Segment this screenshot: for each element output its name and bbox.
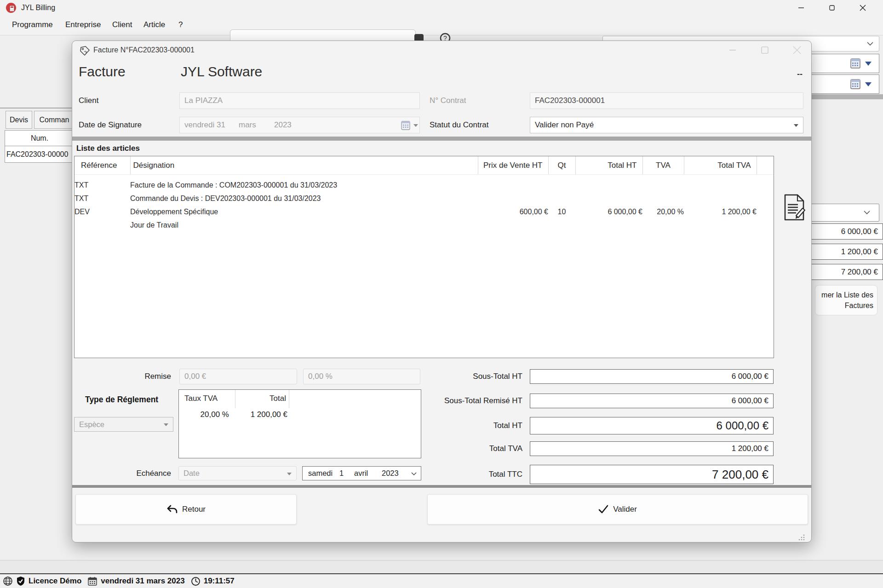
contract-status-value: Valider non Payé — [535, 120, 594, 129]
sous-total-ht-field[interactable]: 6 000,00 € — [530, 369, 774, 384]
payment-method-value: Espèce — [79, 420, 104, 428]
sous-total-remise-ht-field[interactable]: 6 000,00 € — [530, 394, 774, 408]
header-separator-bar — [72, 137, 811, 141]
print-invoice-list-label-2: Factures — [845, 300, 873, 311]
clock-icon — [191, 577, 201, 586]
total-tva-field[interactable]: 1 200,00 € — [530, 441, 774, 456]
dropdown-arrow-icon — [864, 81, 872, 87]
status-time: 19:11:57 — [204, 577, 235, 586]
valider-button-label: Valider — [613, 505, 637, 514]
app-logo-icon — [6, 2, 17, 13]
bottom-band — [0, 560, 883, 574]
maximize-icon — [761, 46, 769, 54]
checkmark-icon — [598, 505, 608, 514]
tva-col-total: Total — [235, 390, 289, 408]
dialog-title: Facture N°FAC202303-000001 — [93, 46, 195, 54]
signature-date-month: mars — [239, 117, 256, 133]
payment-method-select[interactable]: Espèce — [74, 417, 173, 432]
chevron-down-icon — [866, 41, 874, 46]
minimize-icon — [798, 5, 804, 11]
articles-table: Référence Désignation Prix de Vente HT Q… — [74, 156, 774, 358]
contract-status-select[interactable]: Valider non Payé — [530, 117, 803, 133]
dropdown-arrow-icon — [287, 473, 292, 475]
resize-grip[interactable] — [798, 534, 805, 540]
valider-button[interactable]: Valider — [427, 494, 808, 525]
dropdown-arrow-icon — [164, 423, 168, 426]
licence-label: Licence Démo — [29, 577, 81, 586]
undo-arrow-icon — [166, 505, 178, 514]
status-date: vendredi 31 mars 2023 — [101, 577, 184, 586]
article-row[interactable]: TXT Facture de la Commande : COM202303-0… — [75, 175, 774, 192]
menu-client[interactable]: Client — [112, 20, 132, 29]
menu-article[interactable]: Article — [143, 20, 165, 29]
remise-amount-value: 0,00 € — [184, 372, 206, 381]
signature-date-label: Date de Signature — [79, 117, 142, 133]
left-separator — [0, 108, 72, 108]
signature-date-picker[interactable]: vendredi 31 mars 2023 — [179, 117, 420, 133]
menu-programme[interactable]: Programme — [12, 20, 53, 29]
chevron-down-icon — [863, 210, 871, 215]
echeance-dow: samedi — [308, 467, 333, 480]
article-row[interactable]: Jour de Travail — [75, 218, 774, 232]
list-column-num: Num. — [5, 130, 75, 146]
print-invoice-list-button[interactable]: mer la Liste des Factures — [815, 285, 877, 315]
total-tva-value: 1 200,00 € — [732, 444, 768, 453]
signature-date-year: 2023 — [274, 117, 292, 133]
contract-status-label: Statut du Contrat — [430, 117, 489, 133]
dialog-minimize-button[interactable] — [723, 45, 742, 56]
dialog-close-button[interactable] — [788, 45, 806, 56]
col-reference[interactable]: Référence — [75, 156, 130, 175]
dropdown-arrow-icon — [794, 124, 798, 127]
tab-commandes[interactable]: Comman — [34, 111, 75, 129]
close-icon — [860, 5, 866, 11]
articles-header-row: Référence Désignation Prix de Vente HT Q… — [75, 156, 774, 175]
contract-number-value: FAC202303-000001 — [535, 96, 605, 105]
col-total-ht[interactable]: Total HT — [575, 156, 642, 175]
tab-devis[interactable]: Devis — [6, 111, 32, 129]
minimize-icon — [729, 46, 736, 54]
retour-button[interactable]: Retour — [75, 494, 297, 525]
close-icon — [792, 46, 802, 55]
globe-icon — [3, 576, 13, 586]
calendar-icon — [849, 57, 861, 69]
col-designation[interactable]: Désignation — [130, 156, 478, 175]
menu-help[interactable]: ? — [178, 20, 183, 29]
col-total-tva[interactable]: Total TVA — [684, 156, 757, 175]
col-qt[interactable]: Qt — [548, 156, 575, 175]
total-ht-field[interactable]: 6 000,00 € — [530, 417, 774, 434]
sous-total-ht-value: 6 000,00 € — [732, 372, 768, 381]
list-column-num-label: Num. — [31, 134, 48, 143]
bg-total-ht-value: 6 000,00 € — [841, 227, 878, 236]
col-tva[interactable]: TVA — [642, 156, 684, 175]
total-ttc-label: Total TTC — [348, 465, 522, 484]
minimize-button[interactable] — [792, 2, 810, 13]
total-tva-label: Total TVA — [348, 441, 522, 456]
document-type-heading: Facture — [79, 64, 126, 80]
dialog-maximize-button[interactable] — [756, 45, 774, 56]
tag-icon — [80, 46, 91, 57]
calendar-icon — [401, 120, 411, 131]
sous-total-remise-ht-value: 6 000,00 € — [732, 396, 768, 405]
sous-total-ht-label: Sous-Total HT — [348, 369, 522, 384]
edit-document-icon[interactable] — [782, 194, 806, 221]
article-row[interactable]: TXT Commande du Devis : DEV202303-000001… — [75, 192, 774, 205]
contract-number-field[interactable]: FAC202303-000001 — [530, 92, 803, 109]
menu-entreprise[interactable]: Entreprise — [65, 20, 101, 29]
total-ttc-field[interactable]: 7 200,00 € — [530, 465, 774, 484]
calendar-icon — [849, 78, 861, 90]
echeance-type-select[interactable]: Date — [178, 466, 297, 480]
company-name-heading: JYL Software — [181, 64, 262, 80]
maximize-button[interactable] — [823, 2, 841, 13]
bg-total-tva-value: 1 200,00 € — [841, 247, 878, 257]
maximize-icon — [829, 5, 835, 11]
client-field[interactable]: La PIAZZA — [179, 92, 420, 109]
facture-dialog: Facture N°FAC202303-000001 Facture JYL S… — [72, 40, 812, 542]
article-row[interactable]: DEV Développement Spécifique 600,00 € 10… — [75, 205, 774, 218]
close-button[interactable] — [854, 2, 872, 13]
remise-label: Remise — [100, 369, 171, 384]
col-prix-vente[interactable]: Prix de Vente HT — [478, 156, 548, 175]
dropdown-arrow-icon — [413, 124, 418, 127]
remise-amount-field[interactable]: 0,00 € — [179, 369, 297, 384]
list-row-facture-label: FAC202303-00000 — [6, 150, 68, 159]
list-row-facture[interactable]: FAC202303-00000 — [5, 146, 76, 163]
